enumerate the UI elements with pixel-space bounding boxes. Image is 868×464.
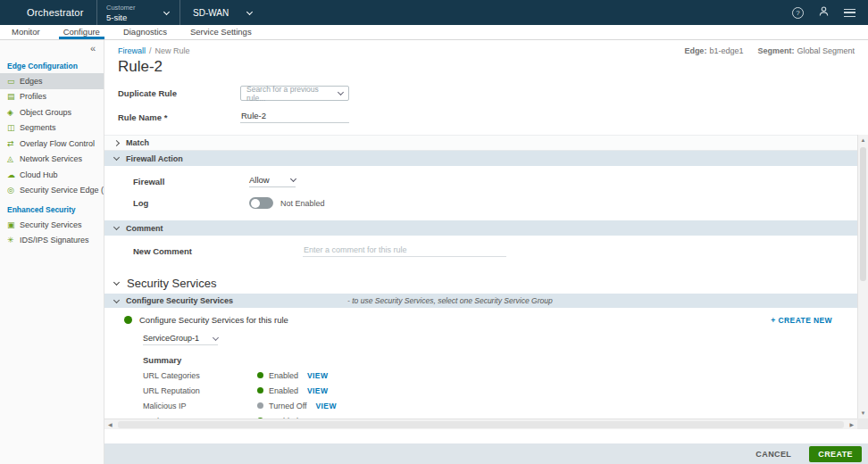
customer-switcher[interactable]: Customer 5-site: [97, 4, 179, 22]
summary-row-label: Malicious IP: [143, 402, 257, 410]
vertical-scrollbar[interactable]: ▲ ▼: [857, 135, 868, 418]
chevron-down-icon: [113, 278, 120, 285]
sidebar-item-label: Cloud Hub: [20, 170, 58, 179]
tab-configure[interactable]: Configure: [59, 25, 104, 39]
scroll-down-icon[interactable]: ▼: [858, 410, 868, 416]
log-toggle[interactable]: [249, 197, 273, 209]
collapse-sidebar-icon[interactable]: «: [90, 43, 96, 54]
firewall-label: Firewall: [133, 177, 249, 186]
accordion-firewall-action-title: Firewall Action: [126, 154, 183, 163]
tab-monitor[interactable]: Monitor: [7, 25, 45, 39]
scroll-left-icon[interactable]: ◀: [104, 421, 116, 427]
sidebar-item-label: Security Service Edge (SS..: [20, 186, 104, 195]
sidebar: « Edge Configuration ▭ Edges ▤ Profiles …: [0, 40, 104, 464]
service-group-value: ServiceGroup-1: [143, 334, 199, 343]
create-new-button[interactable]: + CREATE NEW: [771, 316, 832, 325]
edge-context-value: b1-edge1: [709, 46, 743, 55]
menu-icon[interactable]: [844, 9, 855, 17]
service-group-select[interactable]: ServiceGroup-1: [143, 334, 218, 345]
breadcrumb-current: New Rule: [155, 46, 190, 55]
main-nav-tabs: Monitor Configure Diagnostics Service Se…: [0, 25, 868, 40]
segment-context: Segment:Global Segment: [757, 46, 855, 55]
vertical-scroll-thumb[interactable]: [860, 147, 866, 281]
status-dot-off: [257, 402, 263, 409]
horizontal-scrollbar[interactable]: ◀ ▶: [104, 418, 857, 429]
sidebar-item-label: Security Services: [20, 220, 82, 229]
segments-icon: ◫: [7, 123, 20, 132]
app-title: Orchestrator: [27, 7, 96, 18]
segment-context-value: Global Segment: [797, 46, 855, 55]
summary-row-status: Enabled: [269, 386, 298, 395]
sidebar-item-network-services[interactable]: ◬ Network Services: [0, 152, 104, 168]
summary-label: Summary: [143, 355, 857, 365]
create-button[interactable]: CREATE: [809, 446, 862, 462]
sidebar-item-profiles[interactable]: ▤ Profiles: [0, 89, 104, 105]
chevron-down-icon: [113, 154, 120, 161]
horizontal-scroll-thumb[interactable]: [118, 421, 845, 428]
rule-name-input[interactable]: [240, 111, 349, 123]
sidebar-item-security-service-edge[interactable]: ◎ Security Service Edge (SS..: [0, 183, 104, 199]
summary-row-label: URL Reputation: [143, 386, 257, 395]
accordion-comment[interactable]: Comment: [104, 220, 857, 236]
user-icon[interactable]: [818, 4, 830, 21]
page-title: Rule-2: [118, 58, 855, 76]
sidebar-section-edge-configuration: Edge Configuration: [7, 62, 104, 70]
edge-context: Edge:b1-edge1: [684, 46, 743, 55]
firewall-action-select[interactable]: Allow: [249, 175, 296, 187]
cloud-icon: ☁: [7, 170, 20, 179]
accordion-match-title: Match: [126, 138, 149, 147]
tab-service-settings[interactable]: Service Settings: [186, 25, 256, 39]
sidebar-item-security-services[interactable]: ▣ Security Services: [0, 217, 104, 233]
accordion-match[interactable]: Match: [104, 136, 857, 151]
chevron-right-icon: [113, 139, 120, 145]
sidebar-section-enhanced-security: Enhanced Security: [7, 205, 104, 214]
security-services-title: Security Services: [127, 277, 216, 290]
customer-label: Customer: [106, 4, 164, 12]
action-footer: CANCEL CREATE: [104, 443, 868, 464]
breadcrumb-firewall-link[interactable]: Firewall: [118, 46, 146, 55]
sidebar-item-ids-ips-signatures[interactable]: ✳ IDS/IPS Signatures: [0, 233, 104, 249]
summary-row-url-reputation: URL Reputation Enabled VIEW: [143, 383, 857, 398]
tab-diagnostics[interactable]: Diagnostics: [119, 25, 171, 39]
sidebar-item-object-groups[interactable]: ◈ Object Groups: [0, 104, 104, 120]
duplicate-rule-select[interactable]: Search for a previous rule...: [240, 86, 349, 101]
log-toggle-status: Not Enabled: [280, 199, 325, 208]
view-link[interactable]: VIEW: [307, 371, 328, 380]
sidebar-item-cloud-hub[interactable]: ☁ Cloud Hub: [0, 167, 104, 183]
security-services-icon: ▣: [7, 220, 20, 229]
accordion-firewall-action[interactable]: Firewall Action: [104, 151, 857, 166]
scroll-right-icon[interactable]: ▶: [846, 421, 857, 427]
firewall-action-value: Allow: [249, 175, 270, 185]
duplicate-rule-label: Duplicate Rule: [118, 88, 240, 98]
sidebar-item-label: Segments: [20, 123, 56, 132]
configure-services-radio[interactable]: [124, 316, 132, 324]
security-services-section-header[interactable]: Security Services: [104, 273, 857, 294]
chevron-down-icon: [113, 224, 120, 230]
duplicate-rule-placeholder: Search for a previous rule...: [246, 85, 338, 103]
sidebar-item-segments[interactable]: ◫ Segments: [0, 120, 104, 137]
product-name: SD-WAN: [193, 8, 247, 18]
view-link[interactable]: VIEW: [307, 386, 328, 395]
chevron-down-icon: [246, 8, 253, 14]
summary-row-status: Enabled: [269, 371, 298, 380]
sidebar-item-label: Profiles: [20, 92, 46, 101]
sidebar-item-edges[interactable]: ▭ Edges: [0, 73, 104, 89]
status-dot-enabled: [257, 372, 263, 378]
view-link[interactable]: VIEW: [316, 402, 337, 410]
cancel-button[interactable]: CANCEL: [755, 450, 791, 459]
breadcrumb-separator: /: [149, 46, 152, 55]
new-comment-input[interactable]: [303, 245, 506, 257]
chevron-down-icon: [290, 176, 296, 182]
help-icon[interactable]: ?: [792, 7, 804, 19]
accordion-configure-security-services[interactable]: Configure Security Services - to use Sec…: [104, 294, 857, 308]
sidebar-item-label: Overlay Flow Control: [20, 139, 95, 148]
app-header: Orchestrator Customer 5-site SD-WAN ?: [0, 0, 868, 25]
customer-value: 5-site: [106, 12, 164, 22]
scroll-up-icon[interactable]: ▲: [858, 137, 868, 143]
main-content: Firewall / New Rule Edge:b1-edge1 Segmen…: [104, 40, 868, 464]
product-switcher[interactable]: SD-WAN: [180, 8, 263, 18]
scrollbar-corner: [857, 418, 868, 429]
sidebar-item-overlay-flow-control[interactable]: ⇄ Overlay Flow Control: [0, 136, 104, 152]
chevron-down-icon: [113, 296, 120, 302]
sidebar-item-label: Edges: [20, 77, 43, 86]
